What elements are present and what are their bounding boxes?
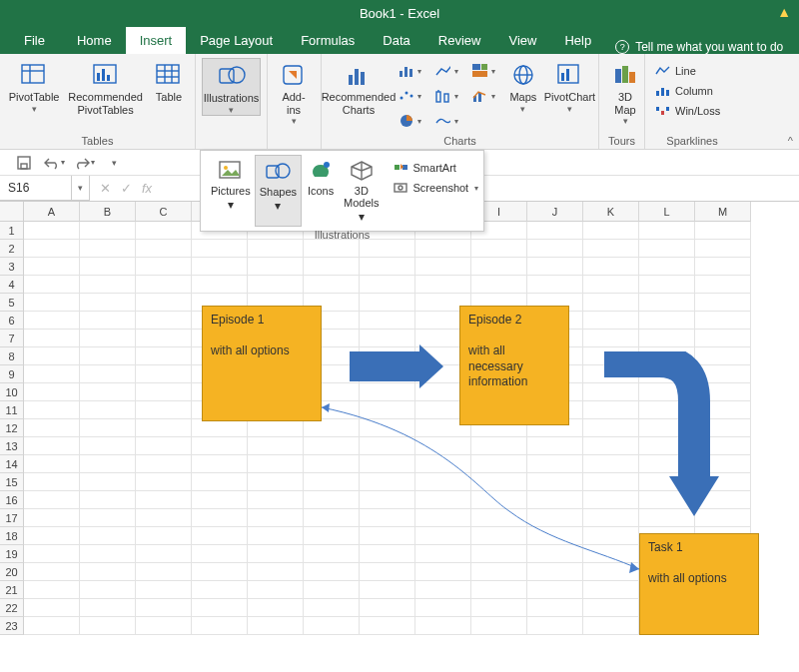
undo-button[interactable]: ▾ (42, 153, 66, 173)
name-box-dropdown[interactable]: ▾ (72, 176, 90, 201)
row-header[interactable]: 13 (0, 437, 24, 455)
save-button[interactable] (12, 153, 36, 173)
cell[interactable] (24, 365, 80, 383)
cell[interactable] (192, 527, 248, 545)
cell[interactable] (80, 527, 136, 545)
cell[interactable] (471, 258, 527, 276)
cell[interactable] (360, 330, 415, 347)
cell[interactable] (583, 617, 639, 635)
name-box[interactable]: S16 (0, 176, 72, 201)
cell[interactable] (136, 276, 192, 294)
cell[interactable] (80, 258, 136, 276)
cell[interactable] (136, 491, 192, 509)
cell[interactable] (583, 581, 639, 599)
cell[interactable] (248, 527, 304, 545)
cell[interactable] (24, 294, 80, 312)
cell[interactable] (136, 258, 192, 276)
cell[interactable] (24, 401, 80, 419)
cell[interactable] (24, 455, 80, 473)
tab-help[interactable]: Help (550, 27, 605, 54)
chart-statistic-button[interactable]: ▾ (430, 85, 462, 107)
fx-button[interactable]: fx (142, 181, 152, 196)
cell[interactable] (80, 383, 136, 401)
cell[interactable] (192, 258, 248, 276)
cell[interactable] (80, 347, 136, 365)
cell[interactable] (192, 419, 248, 437)
cell[interactable] (136, 509, 192, 527)
cell[interactable] (695, 312, 751, 330)
cell[interactable] (24, 312, 80, 330)
cell[interactable] (24, 527, 80, 545)
cell[interactable] (695, 222, 751, 240)
cell[interactable] (80, 473, 136, 491)
chart-surface-button[interactable]: ▾ (430, 110, 462, 132)
cell[interactable] (80, 509, 136, 527)
row-header[interactable]: 20 (0, 563, 24, 581)
maps-button[interactable]: Maps ▾ (503, 58, 543, 114)
cell[interactable] (80, 240, 136, 258)
cell[interactable] (639, 330, 695, 347)
cell[interactable] (80, 294, 136, 312)
cell[interactable] (24, 347, 80, 365)
cell[interactable] (24, 563, 80, 581)
worksheet[interactable]: ABCDEFGHIJKLM 12345678910111213141516171… (0, 202, 799, 672)
sparkline-line-button[interactable]: Line (651, 62, 724, 80)
column-header[interactable]: J (527, 202, 583, 222)
cell[interactable] (136, 222, 192, 240)
cell[interactable] (136, 330, 192, 347)
cell[interactable] (360, 383, 415, 401)
recommended-pivottables-button[interactable]: Recommended PivotTables (66, 58, 145, 116)
row-header[interactable]: 15 (0, 473, 24, 491)
cell[interactable] (136, 240, 192, 258)
cell[interactable] (136, 437, 192, 455)
row-header[interactable]: 12 (0, 419, 24, 437)
cell[interactable] (639, 276, 695, 294)
tab-page-layout[interactable]: Page Layout (186, 27, 287, 54)
cell[interactable] (583, 222, 639, 240)
tab-home[interactable]: Home (63, 27, 126, 54)
cell[interactable] (24, 437, 80, 455)
cell[interactable] (24, 240, 80, 258)
cell[interactable] (527, 581, 583, 599)
cell[interactable] (248, 437, 304, 455)
enter-formula-button[interactable]: ✓ (121, 181, 132, 196)
cell[interactable] (527, 599, 583, 617)
cell[interactable] (192, 455, 248, 473)
cell[interactable] (24, 491, 80, 509)
cell[interactable] (527, 222, 583, 240)
icons-button[interactable]: Icons (302, 155, 340, 227)
tab-formulas[interactable]: Formulas (287, 27, 369, 54)
tab-insert[interactable]: Insert (126, 27, 187, 54)
cell[interactable] (583, 330, 639, 347)
row-header[interactable]: 14 (0, 455, 24, 473)
cell[interactable] (80, 222, 136, 240)
cell[interactable] (304, 617, 360, 635)
cell[interactable] (80, 491, 136, 509)
cell[interactable] (24, 258, 80, 276)
cell[interactable] (471, 276, 527, 294)
cell[interactable] (80, 545, 136, 563)
column-header[interactable]: C (136, 202, 192, 222)
cell[interactable] (583, 312, 639, 330)
cell[interactable] (24, 581, 80, 599)
row-header[interactable]: 18 (0, 527, 24, 545)
chart-scatter-button[interactable]: ▾ (394, 85, 425, 107)
cell[interactable] (639, 240, 695, 258)
shapes-button[interactable]: Shapes ▾ (255, 155, 302, 227)
cell[interactable] (583, 240, 639, 258)
cell[interactable] (136, 365, 192, 383)
sparkline-winloss-button[interactable]: Win/Loss (651, 102, 724, 120)
cell[interactable] (24, 383, 80, 401)
cell[interactable] (248, 599, 304, 617)
3d-map-button[interactable]: 3D Map ▾ (605, 58, 645, 126)
cell[interactable] (192, 509, 248, 527)
cell[interactable] (695, 294, 751, 312)
collapse-ribbon-button[interactable]: ^ (788, 135, 793, 147)
sparkline-column-button[interactable]: Column (651, 82, 724, 100)
cell[interactable] (248, 545, 304, 563)
cell[interactable] (136, 419, 192, 437)
cell[interactable] (695, 330, 751, 347)
cell[interactable] (639, 222, 695, 240)
cell[interactable] (136, 312, 192, 330)
column-header[interactable]: M (695, 202, 751, 222)
